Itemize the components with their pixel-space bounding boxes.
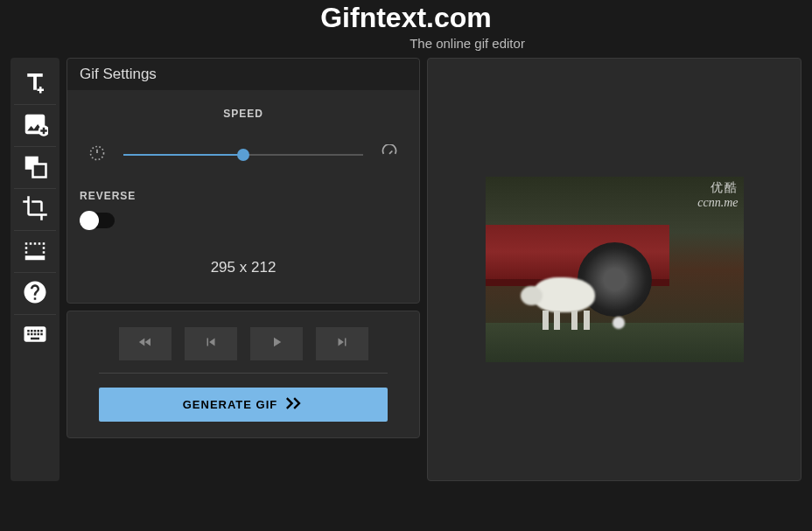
watermark: 优酷 ccnn.me <box>697 180 738 210</box>
watermark-url: ccnn.me <box>697 196 738 210</box>
dimensions-text: 295 x 212 <box>80 259 407 276</box>
shapes-button[interactable] <box>14 147 56 189</box>
speed-slider-row <box>80 144 407 165</box>
prev-frame-button[interactable] <box>185 327 237 360</box>
play-button[interactable] <box>250 327 303 360</box>
panel-title: Gif Settings <box>67 59 419 90</box>
left-column: Gif Settings SPEED REVERSE <box>66 58 420 481</box>
preview-panel: 优酷 ccnn.me <box>427 58 802 481</box>
play-icon <box>269 334 284 353</box>
app-logo: Gifntext.com <box>0 2 812 34</box>
main-container: Gif Settings SPEED REVERSE <box>0 58 812 481</box>
chevrons-right-icon <box>286 397 304 412</box>
add-image-button[interactable] <box>14 105 56 147</box>
frames-button[interactable] <box>14 231 56 273</box>
crop-button[interactable] <box>14 189 56 231</box>
help-button[interactable] <box>14 273 56 315</box>
playback-row <box>83 327 403 360</box>
rewind-icon <box>137 334 153 353</box>
shapes-icon <box>22 153 48 183</box>
speed-label: SPEED <box>80 108 407 120</box>
rewind-button[interactable] <box>119 327 172 360</box>
image-add-icon <box>22 111 48 141</box>
frames-icon <box>22 237 48 267</box>
crop-icon <box>22 195 48 225</box>
help-icon <box>22 279 48 309</box>
app-tagline: The online gif editor <box>0 36 812 51</box>
app-header: Gifntext.com The online gif editor <box>0 0 812 58</box>
watermark-chinese: 优酷 <box>697 180 738 196</box>
speed-slider[interactable] <box>123 154 363 156</box>
keyboard-icon <box>22 321 48 351</box>
controls-panel: GENERATE GIF <box>66 311 420 438</box>
keyboard-button[interactable] <box>14 315 56 357</box>
next-frame-icon <box>334 334 350 353</box>
prev-frame-icon <box>203 334 219 353</box>
left-toolbar <box>10 58 60 481</box>
text-add-icon <box>22 69 48 99</box>
gif-settings-panel: Gif Settings SPEED REVERSE <box>66 58 420 304</box>
svg-rect-2 <box>33 164 46 177</box>
next-frame-button[interactable] <box>316 327 368 360</box>
slow-icon <box>88 144 106 165</box>
add-text-button[interactable] <box>14 63 56 105</box>
gif-preview[interactable]: 优酷 ccnn.me <box>486 177 744 362</box>
reverse-toggle[interactable] <box>80 213 115 228</box>
generate-label: GENERATE GIF <box>183 398 278 411</box>
reverse-label: REVERSE <box>80 190 407 202</box>
generate-gif-button[interactable]: GENERATE GIF <box>99 388 387 422</box>
fast-icon <box>381 144 398 165</box>
